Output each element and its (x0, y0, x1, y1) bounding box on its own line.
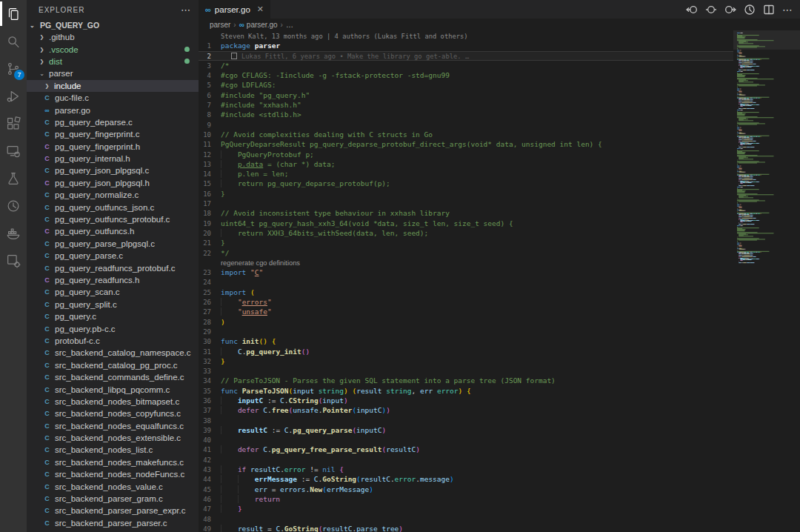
code-line-17: 17 (199, 199, 733, 208)
item-label: pg_query.pb-c.c (55, 325, 116, 333)
remote-explorer-icon[interactable] (0, 137, 27, 164)
extensions-icon[interactable] (0, 110, 27, 137)
item-label: pg_query_outfuncs_protobuf.c (55, 215, 170, 224)
open-change-button[interactable] (705, 4, 717, 16)
item-label: pg_query_outfuncs_json.c (55, 203, 154, 212)
run-debug-icon[interactable] (0, 82, 27, 110)
item-label: dist (49, 57, 62, 66)
containers-icon[interactable] (0, 247, 27, 274)
file-pg-query-fingerprint-c[interactable]: Cpg_query_fingerprint.c (27, 128, 199, 140)
file-pg-query-parse-c[interactable]: Cpg_query_parse.c (27, 250, 199, 262)
folder-parser[interactable]: ⌄parser (27, 67, 199, 79)
c-file-icon: C (43, 362, 51, 369)
file-pg-query-parse-plpgsql-c[interactable]: Cpg_query_parse_plpgsql.c (27, 238, 199, 250)
file-history-button[interactable] (744, 4, 756, 16)
scm-badge: 7 (14, 70, 24, 80)
code-line-2: 2Lukas Fittl, 6 years ago • Make the lib… (199, 51, 733, 61)
file-src-backend-nodes-bitmapset-c[interactable]: Csrc_backend_nodes_bitmapset.c (27, 396, 199, 408)
file-src-backend-nodes-list-c[interactable]: Csrc_backend_nodes_list.c (27, 444, 199, 456)
file-pg-query-split-c[interactable]: Cpg_query_split.c (27, 299, 199, 310)
file-src-backend-nodes-equalfuncs-c[interactable]: Csrc_backend_nodes_equalfuncs.c (27, 420, 199, 432)
breadcrumb-item[interactable]: … (286, 21, 293, 29)
item-label: pg_query_json_plpgsql.h (55, 179, 150, 187)
breadcrumb-item[interactable]: ∞parser.go (239, 21, 278, 29)
next-change-button[interactable] (724, 4, 736, 16)
file-pg-query-internal-h[interactable]: Cpg_query_internal.h (27, 153, 199, 164)
item-label: pg_query_parse.c (55, 251, 123, 260)
file-guc-file-c[interactable]: Cguc-file.c (27, 92, 199, 104)
breadcrumb-separator: › (233, 21, 236, 29)
file-pg-query-outfuncs-h[interactable]: Cpg_query_outfuncs.h (27, 225, 199, 237)
code-line-37: 37 defer C.free(unsafe.Pointer(inputC)) (199, 405, 733, 415)
code-line-44: 44 errMessage := C.GoString(resultC.erro… (199, 474, 733, 484)
docker-icon[interactable] (0, 219, 27, 247)
file-src-backend-parser-gram-c[interactable]: Csrc_backend_parser_gram.c (27, 493, 199, 505)
file-pg-query-readfuncs-protobuf-c[interactable]: Cpg_query_readfuncs_protobuf.c (27, 262, 199, 273)
close-icon[interactable]: ✕ (257, 4, 264, 14)
c-file-icon: C (43, 227, 51, 235)
source-control-icon[interactable]: 7 (0, 55, 27, 82)
file-pg-query-c[interactable]: Cpg_query.c (27, 310, 199, 322)
c-file-icon: C (43, 471, 51, 478)
c-file-icon: C (43, 119, 51, 126)
file-src-backend-commands-define-c[interactable]: Csrc_backend_commands_define.c (27, 371, 199, 383)
file-pg-query-fingerprint-h[interactable]: Cpg_query_fingerprint.h (27, 141, 199, 153)
minimap-canvas (733, 30, 800, 532)
file-src-backend-nodes-copyfuncs-c[interactable]: Csrc_backend_nodes_copyfuncs.c (27, 408, 199, 419)
c-file-icon: C (43, 483, 51, 491)
item-label: src_backend_parser_parser.c (55, 519, 167, 528)
c-file-icon: C (43, 240, 51, 247)
explorer-icon[interactable] (0, 0, 27, 27)
folder-include[interactable]: ❯include (27, 80, 199, 92)
split-editor-button[interactable] (763, 4, 775, 16)
item-label: src_backend_nodes_nodeFuncs.c (55, 470, 184, 479)
file-src-backend-parser-parser-c[interactable]: Csrc_backend_parser_parser.c (27, 517, 199, 529)
c-file-icon: C (43, 143, 51, 150)
c-file-icon: C (43, 216, 51, 223)
breadcrumb-item[interactable]: parser (210, 21, 230, 29)
explorer-title: EXPLORER (39, 6, 84, 14)
code-editor[interactable]: Steven Kalt, 13 months ago | 4 authors (… (199, 30, 733, 532)
editor-actions: ⋯ (686, 0, 800, 19)
testing-icon[interactable] (0, 164, 27, 192)
file-pg-query-outfuncs-json-c[interactable]: Cpg_query_outfuncs_json.c (27, 201, 199, 213)
file-pg-query-readfuncs-h[interactable]: Cpg_query_readfuncs.h (27, 274, 199, 286)
file-src-backend-parser-parse-expr-c[interactable]: Csrc_backend_parser_parse_expr.c (27, 505, 199, 516)
search-icon[interactable] (0, 27, 27, 55)
file-pg-query-json-plpgsql-h[interactable]: Cpg_query_json_plpgsql.h (27, 177, 199, 189)
file-pg-query-pb-c-c[interactable]: Cpg_query.pb-c.c (27, 322, 199, 334)
file-src-backend-nodes-nodefuncs-c[interactable]: Csrc_backend_nodes_nodeFuncs.c (27, 468, 199, 480)
code-line-7: 7#include "xxhash.h" (199, 100, 733, 110)
workspace-root-folder[interactable]: ⌄ PG_QUERY_GO (27, 19, 199, 31)
file-pg-query-normalize-c[interactable]: Cpg_query_normalize.c (27, 189, 199, 201)
file-protobuf-c-c[interactable]: Cprotobuf-c.c (27, 335, 199, 347)
code-line-5: 5#cgo LDFLAGS: (199, 80, 733, 90)
file-src-backend-nodes-value-c[interactable]: Csrc_backend_nodes_value.c (27, 480, 199, 492)
previous-change-button[interactable] (686, 4, 698, 16)
file-pg-query-outfuncs-protobuf-c[interactable]: Cpg_query_outfuncs_protobuf.c (27, 213, 199, 225)
file-src-backend-libpq-pqcomm-c[interactable]: Csrc_backend_libpq_pqcomm.c (27, 383, 199, 395)
file-src-backend-nodes-makefuncs-c[interactable]: Csrc_backend_nodes_makefuncs.c (27, 456, 199, 468)
vscode-window: 7 EXPLORER ⋯ ⌄ PG_QUERY_GO ❯.github❯.vsc… (0, 0, 800, 532)
file-src-backend-catalog-pg-proc-c[interactable]: Csrc_backend_catalog_pg_proc.c (27, 359, 199, 371)
code-line-24: 24 (199, 277, 733, 287)
editor-group: ∞ parser.go ✕ ⋯ parser›∞parser.go›… Stev… (199, 0, 800, 532)
folder--github[interactable]: ❯.github (27, 31, 199, 43)
minimap[interactable] (733, 30, 800, 532)
c-file-icon: C (43, 398, 51, 405)
file-pg-query-deparse-c[interactable]: Cpg_query_deparse.c (27, 116, 199, 128)
file-pg-query-scan-c[interactable]: Cpg_query_scan.c (27, 286, 199, 298)
file-parser-go[interactable]: ∞parser.go (27, 104, 199, 116)
more-actions-button[interactable]: ⋯ (782, 4, 793, 16)
file-src-backend-catalog-namespace-c[interactable]: Csrc_backend_catalog_namespace.c (27, 347, 199, 359)
code-line-40: 40 (199, 435, 733, 445)
c-file-icon: C (43, 519, 51, 527)
file-src-backend-nodes-extensible-c[interactable]: Csrc_backend_nodes_extensible.c (27, 432, 199, 444)
gitlens-icon[interactable] (0, 192, 27, 219)
tab-parser-go[interactable]: ∞ parser.go ✕ (199, 0, 270, 19)
folder--vscode[interactable]: ❯.vscode (27, 43, 199, 55)
folder-dist[interactable]: ❯dist (27, 56, 199, 67)
codelens-regenerate-cgo[interactable]: regenerate cgo definitions (199, 258, 733, 267)
file-pg-query-json-plpgsql-c[interactable]: Cpg_query_json_plpgsql.c (27, 164, 199, 176)
explorer-more-actions-button[interactable]: ⋯ (181, 4, 191, 16)
